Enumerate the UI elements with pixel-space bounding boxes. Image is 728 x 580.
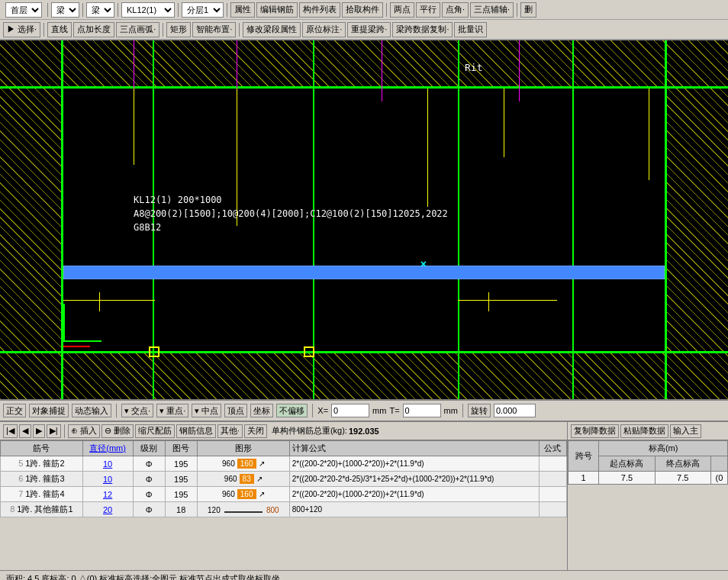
sep9 (163, 23, 163, 37)
beam-text-line1: KL12(1) 200*1000 (134, 193, 448, 207)
x-input[interactable] (331, 404, 369, 417)
shape-box-5: 160 (237, 459, 256, 469)
table-toolbar: |◀ ◀ ▶ ▶| ⊕ 插入 ⊖ 删除 缩尺配筋 钢筋信息 其他· 关闭 单构件… (0, 422, 567, 440)
hatch-bottom (0, 353, 728, 399)
pick-component-btn[interactable]: 拾取构件 (342, 2, 383, 18)
cell-formula-5: 2*((200-2*20)+(1000-2*20))+2*(11.9*d) (289, 456, 539, 472)
shape-box-6: 83 (240, 474, 254, 484)
ortho-btn[interactable]: 正交 (3, 404, 26, 417)
table-row[interactable]: 81跨. 其他箍筋1 20 Φ 18 120 800 800+120 (1, 502, 567, 517)
column-marker-1 (149, 346, 159, 357)
cell-grade-6: Φ (133, 472, 165, 487)
point-length-btn[interactable]: 点加长度 (73, 22, 114, 37)
span-table: 跨号 标高(m) 起点标高 终点标高 1 7.5 7.5 (0 (568, 440, 728, 485)
midweight-btn[interactable]: ▾ 重点· (156, 404, 188, 417)
axis-red (63, 346, 90, 347)
modify-beam-prop-btn[interactable]: 修改梁段属性 (243, 22, 301, 37)
beam-annotation: KL12(1) 200*1000 A8@200(2)[1500];10@200(… (134, 193, 448, 234)
cell-shapeno-5: 195 (165, 456, 197, 472)
cell-diameter-6: 10 (82, 472, 133, 487)
original-annotation-btn[interactable]: 原位标注· (302, 22, 346, 37)
green-col-line-4 (572, 40, 574, 399)
footer-text: 面积: 4.5 底标高: 0 △(0) 标准标高选择:全图元 标准节点出成式取坐… (6, 573, 280, 580)
total-weight-value: 192.035 (349, 427, 379, 436)
edit-rebar-btn[interactable]: 编辑钢筋 (256, 2, 298, 18)
delete-row-btn[interactable]: ⊖ 删除 (101, 424, 134, 438)
type-select-2[interactable]: 梁 (86, 2, 114, 18)
hatch-top (0, 40, 728, 86)
table-container[interactable]: 筋号 直径(mm) 级别 图号 图形 计算公式 公式 51跨. 箍筋2 10 Φ (0, 440, 567, 570)
table-row[interactable]: 1 7.5 7.5 (0 (569, 472, 728, 485)
nav-first-btn[interactable]: |◀ (3, 424, 18, 438)
table-row[interactable]: 71跨. 箍筋4 12 Φ 195 960 160 ↗ 2*((200-2*20… (1, 487, 567, 502)
x-label: X= (317, 406, 328, 415)
green-border-right (665, 40, 667, 399)
t-input[interactable] (403, 404, 441, 417)
smart-layout-btn[interactable]: 智能布置· (192, 22, 236, 37)
no-offset-btn[interactable]: 不偏移 (276, 404, 308, 417)
rotate-input[interactable] (494, 404, 536, 417)
midpoint-btn[interactable]: ▾ 中点 (192, 404, 221, 417)
select-btn[interactable]: ▶ 选择· (3, 22, 40, 37)
cell-shape-8: 120 800 (197, 502, 289, 517)
rebar-table: 筋号 直径(mm) 级别 图号 图形 计算公式 公式 51跨. 箍筋2 10 Φ (0, 440, 567, 517)
mm-label-2: mm (444, 406, 458, 415)
nav-last-btn[interactable]: ▶| (47, 424, 61, 438)
blue-beam (63, 266, 665, 279)
point-angle-btn[interactable]: 点角· (442, 2, 469, 18)
coordinate-btn[interactable]: 坐标 (250, 404, 273, 417)
beam-text-line3: G8B12 (134, 221, 448, 234)
span-data-copy-btn[interactable]: 梁跨数据复制· (392, 22, 453, 37)
dynamic-input-btn[interactable]: 动态输入 (72, 404, 111, 417)
cell-shapeno-7: 195 (165, 487, 197, 502)
intersection-btn[interactable]: ▾ 交点· (121, 404, 153, 417)
nav-next-btn[interactable]: ▶ (33, 424, 45, 438)
three-point-axis-btn[interactable]: 三点辅轴· (470, 2, 514, 18)
yellow-h2 (458, 300, 557, 301)
toolbar-row-2: ▶ 选择· 直线 点加长度 三点画弧· 矩形 智能布置· 修改梁段属性 原位标注… (0, 20, 728, 40)
component-list-btn[interactable]: 构件列表 (299, 2, 340, 18)
bottom-panel: |◀ ◀ ▶ ▶| ⊕ 插入 ⊖ 删除 缩尺配筋 钢筋信息 其他· 关闭 单构件… (0, 420, 728, 570)
rect-btn[interactable]: 矩形 (166, 22, 191, 37)
object-snap-btn[interactable]: 对象捕捉 (29, 404, 69, 417)
line-btn[interactable]: 直线 (47, 22, 72, 37)
two-point-btn[interactable]: 两点 (390, 2, 414, 18)
table-row[interactable]: 61跨. 箍筋3 10 Φ 195 960 83 ↗ 2*((200-2*20-… (1, 472, 567, 487)
right-table-container[interactable]: 跨号 标高(m) 起点标高 终点标高 1 7.5 7.5 (0 (568, 440, 728, 570)
cell-diameter-5: 10 (82, 456, 133, 472)
nav-prev-btn[interactable]: ◀ (19, 424, 31, 438)
cell-diameter-8: 20 (82, 502, 133, 517)
element-select[interactable]: KL12(1) (121, 2, 175, 18)
property-btn[interactable]: 属性 (230, 2, 255, 18)
col-header-diameter: 直径(mm) (82, 441, 133, 456)
cell-id-8: 81跨. 其他箍筋1 (1, 502, 83, 517)
batch-recognize-btn[interactable]: 批量识 (454, 22, 487, 37)
re-extract-span-btn[interactable]: 重提梁跨· (347, 22, 391, 37)
delete-btn[interactable]: 删 (520, 2, 536, 18)
vertex-btn[interactable]: 顶点 (224, 404, 247, 417)
layer-select-2[interactable]: 分层1 (182, 2, 224, 18)
cell-span-no: 1 (569, 472, 599, 485)
cell-end-elev: 7.5 (655, 472, 710, 485)
arc-btn[interactable]: 三点画弧· (116, 22, 159, 37)
insert-btn[interactable]: ⊕ 插入 (68, 424, 100, 438)
type-select-1[interactable]: 梁 (51, 2, 79, 18)
table-row[interactable]: 51跨. 箍筋2 10 Φ 195 960 160 ↗ 2*((200-2*20… (1, 456, 567, 472)
main-canvas[interactable]: KL12(1) 200*1000 A8@200(2)[1500];10@200(… (0, 40, 728, 399)
yellow-h1 (63, 300, 155, 301)
scale-rebar-btn[interactable]: 缩尺配筋 (135, 424, 175, 438)
rebar-info-btn[interactable]: 钢筋信息 (176, 424, 216, 438)
paste-step-data-btn[interactable]: 粘贴降数据 (620, 424, 668, 438)
layer-select[interactable]: 首层 (5, 2, 42, 18)
sep-tb1 (64, 424, 65, 438)
close-btn[interactable]: 关闭 (244, 424, 267, 438)
col-header-formula: 计算公式 (289, 441, 539, 456)
cell-id-6: 61跨. 箍筋3 (1, 472, 83, 487)
copy-step-data-btn[interactable]: 复制降数据 (571, 424, 619, 438)
layer-select-item[interactable]: 首层 (3, 2, 44, 18)
toolbar-row-1: 首层 梁 梁 KL12(1) 分层1 属性 编辑钢筋 构件列表 拾取构件 两点 … (0, 0, 728, 20)
other-btn[interactable]: 其他· (217, 424, 243, 438)
rotate-btn[interactable]: 旋转 (468, 404, 491, 417)
input-main-btn[interactable]: 输入主 (670, 424, 701, 438)
parallel-btn[interactable]: 平行 (416, 2, 440, 18)
